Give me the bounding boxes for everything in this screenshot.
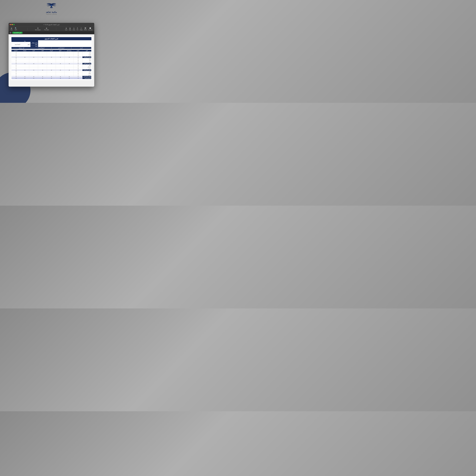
q1-subtotal-naql: $ - [65, 56, 73, 58]
month-aug: أغسطس [83, 66, 91, 68]
mac-window: تقرير النفقات السنوي-TL-22 ✓ ⊞ View 🔍 10… [9, 23, 94, 87]
spreadsheet-area[interactable]: تقرير النفقات السنوي سنة مندوب مبيعات عن… [9, 34, 94, 87]
month-jul: يوليو [83, 65, 91, 66]
q1-feb-waribat [47, 53, 56, 55]
row-january: يناير $ - $ - [11, 51, 91, 53]
q1-feb-majmua: $ - [12, 53, 20, 55]
q1-subtotal-hatif: $ - [38, 56, 47, 58]
text-button[interactable]: A Text [76, 27, 79, 31]
pivot-table-label: Pivot Table [44, 29, 49, 30]
view-button[interactable]: ⊞ View [10, 27, 13, 31]
zoom-label: 100% [15, 29, 17, 30]
shape-label: Shape [80, 29, 83, 30]
q1-subtotal-waribat: $ - [47, 56, 56, 58]
toolbar-center-group: ☰ Add Category ⊞ Pivot Table [29, 27, 55, 31]
madina-row: مدينة [12, 45, 38, 47]
q1-mar-waribat [47, 55, 56, 56]
month-jun: يونيو [83, 61, 91, 63]
title-bar: تقرير النفقات السنوي-TL-22 ✓ [9, 23, 94, 26]
q1-jan-waribat [47, 51, 56, 53]
cat-mutawaqa: المتوقع/الموزعة [32, 47, 51, 49]
month-mar: مارس [83, 55, 91, 56]
col-fariq: الفارق [56, 50, 65, 51]
q2-subtotal-label: إجمالي الربع الثاني [83, 63, 91, 65]
close-button[interactable] [10, 24, 11, 25]
q1-subtotal-majmua: $ - [12, 56, 20, 58]
cat-mantaqa: المنطقة/الإداري [51, 47, 71, 49]
shape-icon: ⬡ [81, 27, 82, 29]
add-category-button[interactable]: ☰ Add Category [34, 27, 41, 31]
cat-header-row-2 [11, 49, 91, 50]
month-feb: فبراير [83, 53, 91, 55]
col-majmua: المجموع [12, 50, 20, 51]
minimize-button[interactable] [12, 24, 13, 25]
row-annual-total: المجاميع السنوية $ - $ - $ - $ - $ - $ -… [11, 78, 91, 79]
col-hatif: الهاتف [38, 50, 47, 51]
q1-mar-tarfih [29, 55, 38, 56]
q1-jan-majmua: $ - [12, 51, 20, 53]
tab-report[interactable]: تقرير المصاريف [12, 32, 22, 34]
toolbar-right-group: ⊕ Insert ⊞ Table ◷ Chart A Text ⬡ Shape … [57, 27, 93, 31]
svg-point-0 [51, 5, 52, 6]
comment-button[interactable]: 💬 Comment [87, 27, 93, 31]
row-august: أغسطس $ - $ - [11, 66, 91, 68]
logo-arabic-text: مكتبة تعاهد [46, 11, 57, 13]
q1-feb-naql [65, 53, 73, 55]
q1-mar-naql [65, 55, 73, 56]
comment-icon: 💬 [89, 27, 91, 29]
row-q3-subtotal: إجمالي الربع الثالث $ - $ - $ - $ - $ - … [11, 69, 91, 71]
shape-button[interactable]: ⬡ Shape [79, 27, 83, 31]
q1-feb-tarfih [29, 53, 38, 55]
table-label: Table [69, 29, 71, 30]
text-label: Text [77, 29, 78, 30]
row-july: يوليو $ - $ - [11, 65, 91, 66]
q1-mar-fariq [56, 55, 65, 56]
pivot-table-button[interactable]: ⊞ Pivot Table [43, 27, 50, 31]
logo-area: مكتبة تعاهد Taahod Library [46, 2, 57, 15]
add-tab-button[interactable]: + [10, 32, 11, 34]
row-september: سبتمبر $ - $ - [11, 68, 91, 69]
cat-val-1 [71, 49, 91, 50]
insert-button[interactable]: ⊕ Insert [64, 27, 68, 31]
q1-jan-funduq: $ - [74, 51, 83, 53]
logo-bird-icon [46, 2, 57, 11]
cat-val-4 [12, 49, 32, 50]
comment-label: Comment [88, 29, 92, 30]
cat-madina: المدينة [71, 47, 91, 49]
col-naql: وسيلة النقل [65, 50, 73, 51]
media-icon: 🖼 [85, 27, 86, 29]
media-button[interactable]: 🖼 Media [83, 27, 87, 31]
window-title-text: تقرير النفقات السنوي-TL-22 ✓ [43, 24, 60, 25]
chart-label: Chart [73, 29, 75, 30]
row-may: مايو $ - $ - [11, 60, 91, 61]
month-may: مايو [83, 60, 91, 61]
col-header-row: الشهر الفندق وسيلة النقل الفارق الوريبات… [11, 50, 91, 51]
info-section: سنة مندوب مبيعات عنوان ألنهي الرقم الريد… [11, 40, 91, 47]
chart-button[interactable]: ◷ Chart [72, 27, 76, 31]
q1-feb-mushtarak [20, 53, 29, 55]
row-june: يونيو $ - $ - [11, 61, 91, 63]
tab-bar: + تقرير المصاريف [9, 31, 94, 34]
mandob-label: مندوب مبيعات [31, 42, 38, 44]
month-sep: سبتمبر [83, 68, 91, 69]
month-apr: أبريل [83, 58, 91, 60]
maximize-button[interactable] [13, 24, 15, 25]
insert-label: Insert [65, 29, 68, 30]
alnahee-value: ألنهي [21, 44, 31, 45]
col-waribat: الوريبات [47, 50, 56, 51]
sana-label: سنة [12, 40, 38, 42]
zoom-button[interactable]: 🔍 100% [14, 27, 18, 31]
row-q4-subtotal: إجمالي الربع الرابع $ - $ - $ - $ - $ - … [11, 76, 91, 78]
cat-header-row-1: المدينة المنطقة/الإداري المتوقع/الموزعة … [11, 47, 91, 49]
row-q1-subtotal: إجمالي الربع الأول $ - $ - $ - $ - $ - $… [11, 56, 91, 58]
q1-mar-hatif [38, 55, 47, 56]
text-icon: A [77, 27, 78, 29]
q1-subtotal-funduq: $ - [74, 56, 83, 58]
report-wrapper: تقرير النفقات السنوي سنة مندوب مبيعات عن… [11, 36, 92, 80]
mandob-row: مندوب مبيعات [12, 42, 38, 44]
pivot-table-icon: ⊞ [46, 27, 47, 29]
table-button[interactable]: ⊞ Table [68, 27, 72, 31]
alraqm-value: الرقم الريدي [11, 44, 21, 45]
cat-ahdat: أهدت بواسطة [12, 47, 32, 49]
cat-val-2 [51, 49, 71, 50]
